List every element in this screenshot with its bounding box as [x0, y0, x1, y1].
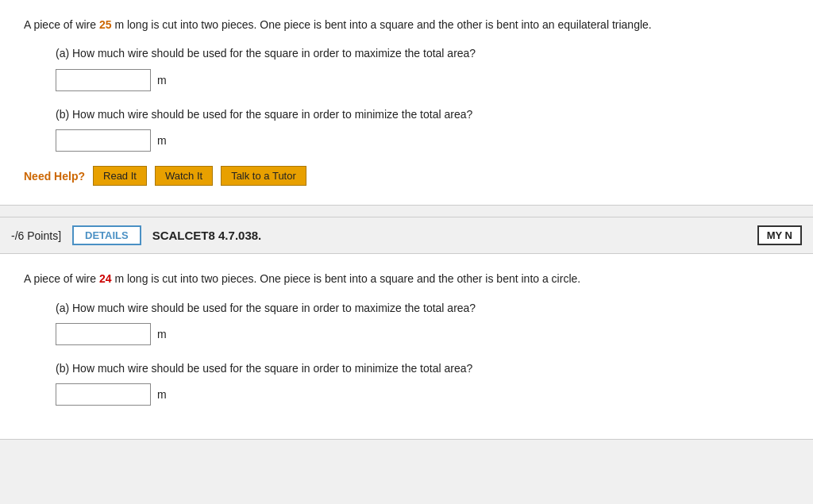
problem2-part-b-input-row: m — [56, 383, 789, 406]
problem2-block: A piece of wire 24 m long is cut into tw… — [0, 254, 813, 440]
problem2-part-a-question: (a) How much wire should be used for the… — [56, 299, 789, 317]
problem1-part-a-input-row: m — [56, 69, 789, 91]
need-help-label: Need Help? — [24, 170, 85, 183]
problem1-statement-after: m long is cut into two pieces. One piece… — [112, 18, 652, 31]
details-badge: DETAILS — [72, 225, 141, 245]
need-help-row: Need Help? Read It Watch It Talk to a Tu… — [24, 166, 789, 186]
problem1-statement-before: A piece of wire — [24, 18, 99, 31]
section-header: -/6 Points] DETAILS SCALCET8 4.7.038. MY… — [0, 217, 813, 254]
read-it-button[interactable]: Read It — [93, 166, 147, 186]
points-label: -/6 Points] — [11, 229, 61, 242]
problem2-part-b-input[interactable] — [56, 383, 151, 406]
problem1-part-a: (a) How much wire should be used for the… — [56, 44, 789, 90]
problem2-part-b: (b) How much wire should be used for the… — [56, 360, 789, 406]
problem2-part-b-question: (b) How much wire should be used for the… — [56, 360, 789, 377]
problem2-statement-before: A piece of wire — [24, 272, 99, 285]
problem1-part-a-unit: m — [157, 74, 167, 87]
problem1-part-b-unit: m — [157, 134, 167, 147]
problem1-statement: A piece of wire 25 m long is cut into tw… — [24, 16, 789, 33]
problem1-part-a-question: (a) How much wire should be used for the… — [56, 44, 789, 62]
problem2-wire-length: 24 — [99, 272, 112, 285]
page-wrapper: A piece of wire 25 m long is cut into tw… — [0, 0, 813, 504]
problem1-part-a-input[interactable] — [56, 69, 151, 91]
talk-to-tutor-button[interactable]: Talk to a Tutor — [221, 166, 306, 186]
problem2-statement: A piece of wire 24 m long is cut into tw… — [24, 270, 789, 287]
problem2-part-b-unit: m — [157, 388, 167, 401]
section-title: SCALCET8 4.7.038. — [152, 229, 262, 242]
my-notes-button[interactable]: MY N — [757, 225, 802, 245]
problem2-statement-after: m long is cut into two pieces. One piece… — [112, 272, 581, 285]
problem1-wire-length: 25 — [99, 18, 112, 31]
problem2-part-a-input[interactable] — [56, 323, 151, 345]
problem2-part-a-unit: m — [157, 328, 167, 340]
problem1-block: A piece of wire 25 m long is cut into tw… — [0, 0, 813, 206]
divider-gap — [0, 206, 813, 217]
problem1-part-b-input-row: m — [56, 129, 789, 152]
problem1-part-b-question: (b) How much wire should be used for the… — [56, 106, 789, 123]
problem2-part-a-input-row: m — [56, 323, 789, 345]
problem1-part-b-input[interactable] — [56, 129, 151, 152]
problem1-part-b: (b) How much wire should be used for the… — [56, 106, 789, 152]
problem2-part-a: (a) How much wire should be used for the… — [56, 299, 789, 345]
watch-it-button[interactable]: Watch It — [155, 166, 213, 186]
